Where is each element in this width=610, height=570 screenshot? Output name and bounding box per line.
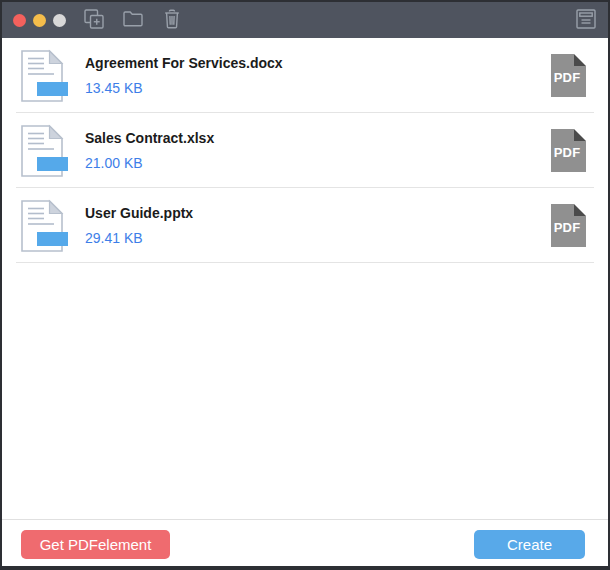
file-list-icon xyxy=(576,9,596,32)
empty-area xyxy=(2,263,608,519)
file-name: User Guide.pptx xyxy=(85,205,551,221)
file-info: Sales Contract.xlsx 21.00 KB xyxy=(85,130,551,171)
delete-icon xyxy=(163,9,181,32)
pdf-output-badge: PDF xyxy=(551,204,586,247)
open-folder-icon xyxy=(123,10,143,31)
zoom-button[interactable] xyxy=(53,14,66,27)
file-list-button[interactable] xyxy=(576,10,596,30)
pdf-badge-label: PDF xyxy=(554,141,584,160)
file-name: Agreement For Services.docx xyxy=(85,55,551,71)
file-list: Agreement For Services.docx 13.45 KB PDF xyxy=(2,38,608,263)
file-row[interactable]: User Guide.pptx 29.41 KB PDF xyxy=(2,188,608,263)
close-button[interactable] xyxy=(13,14,26,27)
file-size: 21.00 KB xyxy=(85,155,551,171)
file-size: 29.41 KB xyxy=(85,230,551,246)
file-info: User Guide.pptx 29.41 KB xyxy=(85,205,551,246)
titlebar xyxy=(2,2,608,38)
minimize-button[interactable] xyxy=(33,14,46,27)
delete-button[interactable] xyxy=(162,10,182,30)
pdfelement-create-window: Agreement For Services.docx 13.45 KB PDF xyxy=(0,0,610,570)
document-icon xyxy=(21,125,69,177)
create-button[interactable]: Create xyxy=(474,530,585,559)
open-folder-button[interactable] xyxy=(123,10,143,30)
add-file-icon xyxy=(84,9,104,32)
add-file-button[interactable] xyxy=(84,10,104,30)
file-row[interactable]: Agreement For Services.docx 13.45 KB PDF xyxy=(2,38,608,113)
traffic-lights xyxy=(13,14,66,27)
document-icon xyxy=(21,200,69,252)
file-row[interactable]: Sales Contract.xlsx 21.00 KB PDF xyxy=(2,113,608,188)
pdf-output-badge: PDF xyxy=(551,54,586,97)
file-info: Agreement For Services.docx 13.45 KB xyxy=(85,55,551,96)
pdf-badge-label: PDF xyxy=(554,216,584,235)
file-name: Sales Contract.xlsx xyxy=(85,130,551,146)
footer-bar: Get PDFelement Create xyxy=(2,519,608,566)
get-pdfelement-button[interactable]: Get PDFelement xyxy=(21,530,170,559)
file-size: 13.45 KB xyxy=(85,80,551,96)
pdf-badge-label: PDF xyxy=(554,66,584,85)
document-icon xyxy=(21,50,69,102)
pdf-output-badge: PDF xyxy=(551,129,586,172)
